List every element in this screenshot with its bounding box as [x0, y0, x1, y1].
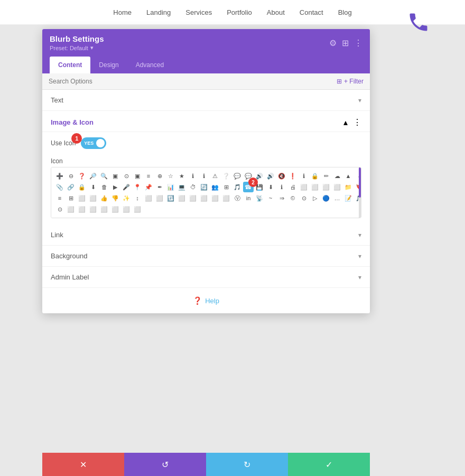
icon-cell-90[interactable]: 📝	[343, 193, 354, 203]
icon-cell-6[interactable]: ⊙	[121, 171, 132, 181]
icon-cell-20[interactable]: 🔇	[276, 171, 287, 181]
redo-button[interactable]: ↻	[206, 453, 288, 476]
icon-cell-21[interactable]: ❗	[287, 171, 298, 181]
icon-cell-45[interactable]: 🔄	[199, 182, 209, 192]
icon-cell-49[interactable]: ☎2	[243, 182, 254, 192]
background-section[interactable]: Background ▾	[42, 246, 370, 267]
icon-cell-53[interactable]: 🖨	[287, 182, 298, 192]
icon-cell-41[interactable]: ✒	[154, 182, 165, 192]
image-icon-collapse-icon[interactable]: ▴	[343, 117, 348, 127]
nav-link-landing[interactable]: Landing	[146, 8, 171, 16]
icon-cell-88[interactable]: 🔵	[321, 193, 331, 203]
icon-cell-12[interactable]: ℹ	[188, 171, 198, 181]
icon-cell-70[interactable]: ✨	[121, 193, 132, 203]
icon-cell-56[interactable]: ⬜	[321, 182, 331, 192]
icon-cell-25[interactable]: ☁	[332, 171, 342, 181]
icon-cell-100[interactable]: ⬜	[99, 204, 109, 214]
icon-cell-74[interactable]: 🔃	[165, 193, 176, 203]
icon-cell-76[interactable]: ⬜	[188, 193, 198, 203]
search-input[interactable]	[49, 78, 301, 85]
icon-cell-3[interactable]: 🔎	[88, 171, 98, 181]
icon-cell-80[interactable]: Ⓥ	[232, 193, 243, 203]
icon-cell-97[interactable]: ⬜	[66, 204, 76, 214]
icon-cell-1[interactable]: ⊖	[66, 171, 76, 181]
icon-cell-99[interactable]: ⬜	[88, 204, 98, 214]
tab-design[interactable]: Design	[90, 57, 127, 73]
admin-label-section[interactable]: Admin Label ▾	[42, 267, 370, 288]
icon-cell-44[interactable]: ⏱	[188, 182, 198, 192]
nav-link-blog[interactable]: Blog	[338, 8, 352, 16]
icon-cell-103[interactable]: ⬜	[132, 204, 143, 214]
reset-button[interactable]: ↺	[124, 453, 206, 476]
icon-cell-8[interactable]: ≡	[143, 171, 154, 181]
icon-cell-69[interactable]: 👎	[110, 193, 120, 203]
icon-cell-26[interactable]: ▲	[343, 171, 354, 181]
icon-cell-84[interactable]: ⇒	[276, 193, 287, 203]
icon-cell-0[interactable]: ➕	[54, 171, 65, 181]
icon-cell-22[interactable]: ℹ	[299, 171, 309, 181]
icon-cell-15[interactable]: ❔	[221, 171, 231, 181]
icon-cell-5[interactable]: ▣	[110, 171, 120, 181]
icon-cell-10[interactable]: ☆	[165, 171, 176, 181]
image-icon-more-icon[interactable]: ⋮	[353, 117, 361, 127]
icon-cell-37[interactable]: ▶	[110, 182, 120, 192]
more-icon[interactable]: ⋮	[354, 38, 362, 48]
nav-link-contact[interactable]: Contact	[300, 8, 323, 16]
icon-cell-85[interactable]: ©	[287, 193, 298, 203]
icon-cell-46[interactable]: 👥	[210, 182, 220, 192]
icon-cell-42[interactable]: 📊	[165, 182, 176, 192]
icon-cell-72[interactable]: ⬜	[143, 193, 154, 203]
icon-cell-75[interactable]: ⬜	[176, 193, 187, 203]
filter-button[interactable]: ⊞ + Filter	[337, 78, 364, 85]
icon-cell-86[interactable]: ⊙	[299, 193, 309, 203]
icon-cell-7[interactable]: ▣	[132, 171, 143, 181]
icon-cell-35[interactable]: ⬇	[88, 182, 98, 192]
icon-cell-102[interactable]: ⬜	[121, 204, 132, 214]
icon-cell-48[interactable]: 🎵	[232, 182, 243, 192]
settings-icon[interactable]: ⚙	[329, 38, 337, 48]
icon-cell-11[interactable]: ★	[176, 171, 187, 181]
icon-cell-19[interactable]: 🔊	[265, 171, 276, 181]
icon-cell-23[interactable]: 🔒	[310, 171, 320, 181]
icon-cell-9[interactable]: ⊕	[154, 171, 165, 181]
icon-cell-36[interactable]: 🗑	[99, 182, 109, 192]
icon-cell-101[interactable]: ⬜	[110, 204, 120, 214]
panel-preset[interactable]: Preset: Default ▾	[50, 44, 104, 51]
icon-cell-57[interactable]: ⬜	[332, 182, 342, 192]
icon-cell-73[interactable]: ⬜	[154, 193, 165, 203]
save-button[interactable]: ✓	[288, 453, 370, 476]
icon-cell-43[interactable]: 💻	[176, 182, 187, 192]
icon-cell-83[interactable]: ~	[265, 193, 276, 203]
cancel-button[interactable]: ✕	[42, 453, 124, 476]
icon-cell-51[interactable]: ⬇	[265, 182, 276, 192]
icon-cell-24[interactable]: ✏	[321, 171, 331, 181]
use-icon-toggle[interactable]: YES	[81, 137, 106, 149]
icon-cell-66[interactable]: ⬜	[77, 193, 87, 203]
icon-cell-16[interactable]: 💬	[232, 171, 243, 181]
tab-content[interactable]: Content	[50, 57, 90, 73]
help-button[interactable]: Help	[205, 297, 219, 305]
tab-advanced[interactable]: Advanced	[127, 57, 172, 73]
text-section[interactable]: Text ▾	[42, 90, 370, 111]
icon-cell-82[interactable]: 📡	[254, 193, 265, 203]
icon-cell-39[interactable]: 📍	[132, 182, 143, 192]
icon-cell-58[interactable]: 📁	[343, 182, 354, 192]
icon-cell-34[interactable]: 🔒	[77, 182, 87, 192]
icon-cell-40[interactable]: 📌	[143, 182, 154, 192]
link-section[interactable]: Link ▾	[42, 225, 370, 246]
icon-cell-77[interactable]: ⬜	[199, 193, 209, 203]
icon-cell-65[interactable]: ⊞	[66, 193, 76, 203]
icon-cell-79[interactable]: ⬜	[221, 193, 231, 203]
icon-cell-4[interactable]: 🔍	[99, 171, 109, 181]
nav-link-services[interactable]: Services	[185, 8, 212, 16]
icon-cell-47[interactable]: ⊞	[221, 182, 231, 192]
icon-cell-68[interactable]: 👍	[99, 193, 109, 203]
icon-cell-54[interactable]: ⬜	[299, 182, 309, 192]
icon-cell-38[interactable]: 🎤	[121, 182, 132, 192]
nav-link-home[interactable]: Home	[113, 8, 132, 16]
icon-cell-81[interactable]: in	[243, 193, 254, 203]
nav-link-about[interactable]: About	[267, 8, 285, 16]
icon-cell-98[interactable]: ⬜	[77, 204, 87, 214]
icon-cell-52[interactable]: ℹ	[276, 182, 287, 192]
icon-cell-32[interactable]: 📎	[54, 182, 65, 192]
